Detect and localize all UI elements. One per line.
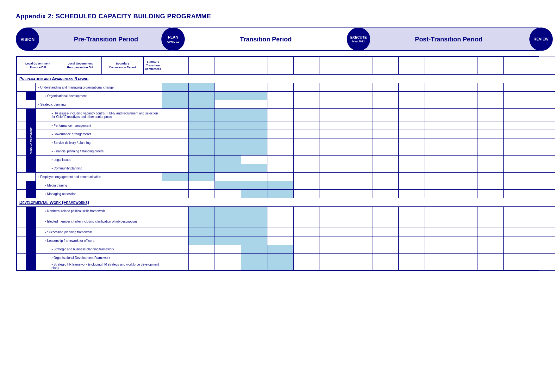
row-performance-mgmt: Performance management: [17, 121, 555, 130]
post-transition-block: Post-Transition Period: [359, 28, 539, 51]
row-financial-planning: Financial planning / standing orders: [17, 147, 555, 156]
execute-badge: EXECUTE May 2011: [347, 28, 370, 51]
milestone-stc: Statutory TransitionCommittees: [144, 57, 162, 74]
row-succession-planning: Succession planning framework: [17, 228, 555, 236]
section-header-preparation: Preparation and Awareness Raising: [17, 75, 555, 83]
row-hr-issues: FUNDING MILESTONE HR issues- including v…: [17, 109, 555, 121]
row-elected-member: Elected member charter including clarifi…: [17, 215, 555, 228]
row-media-training: Media training: [17, 181, 555, 190]
row-service-delivery: Service delivery / planning: [17, 138, 555, 147]
row-employee-engagement: Employee engagement and communication: [17, 173, 555, 181]
main-table-wrapper: Local GovernmentFinance Bill Local Gover…: [16, 56, 539, 271]
row-community-planning: Community planning: [17, 164, 555, 173]
row-strategic-business-framework: Strategic and business planning framewor…: [17, 245, 555, 254]
row-leadership-framework: Leadership framework for officers: [17, 236, 555, 245]
section-header-developmental: Developmental Work (Frameworks): [17, 198, 555, 207]
review-badge: REVIEW: [529, 28, 553, 51]
row-org-dev: Organisational development: [17, 92, 555, 100]
row-governance: Governance arrangements: [17, 130, 555, 138]
row-strategic-hr-framework: Strategic HR framework (including HR str…: [17, 262, 555, 271]
pre-transition-block: Pre-Transition Period: [28, 28, 171, 51]
funding-milestone-label: FUNDING MILESTONE: [26, 109, 36, 173]
page-title: Appendix 2: SCHEDULED CAPACITY BUILDING …: [16, 13, 539, 20]
plan-badge: PLAN APRIL 10: [161, 28, 185, 51]
milestone-bcr: BoundaryCommission Report: [102, 57, 144, 74]
page: Appendix 2: SCHEDULED CAPACITY BUILDING …: [6, 6, 549, 278]
row-managing-opposition: Managing opposition: [17, 190, 555, 198]
row-strategic-planning: Strategic planning: [17, 100, 555, 109]
transition-block: Transition Period: [174, 28, 358, 51]
gantt-table: Local GovernmentFinance Bill Local Gover…: [16, 57, 555, 271]
vision-badge: VISION: [16, 28, 39, 51]
row-od-framework: Organisational Development Framework: [17, 254, 555, 262]
row-ni-political: Northern Ireland political skills framew…: [17, 207, 555, 215]
milestone-lgrb: Local GovernmentReorganisation Bill: [59, 57, 102, 74]
milestone-header-row: Local GovernmentFinance Bill Local Gover…: [17, 57, 555, 75]
milestone-lgfb: Local GovernmentFinance Bill: [17, 57, 59, 74]
row-legal: Legal issues: [17, 156, 555, 164]
row-understanding: Understanding and managing organisationa…: [17, 83, 555, 92]
